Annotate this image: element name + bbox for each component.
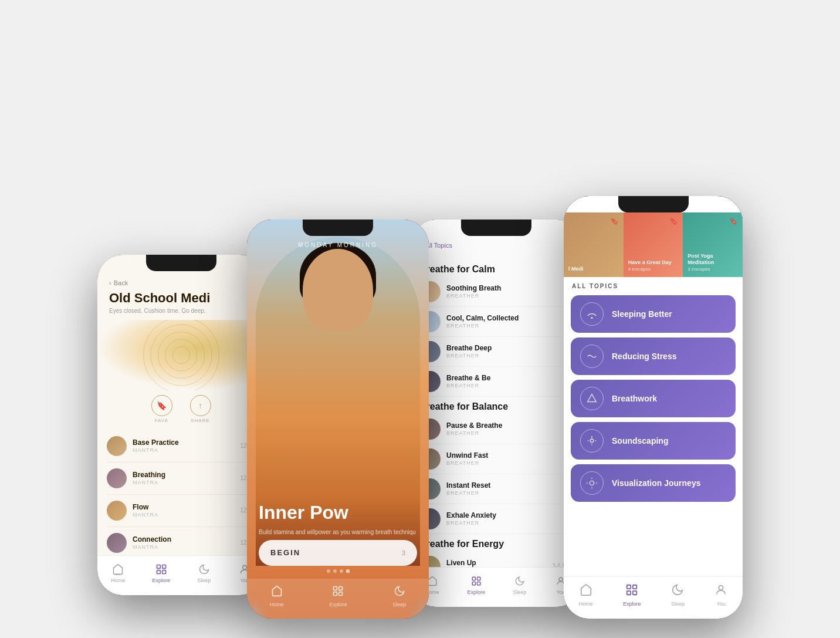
svg-rect-2: [162, 565, 165, 568]
list-item[interactable]: Breathing MANTRA 12-20: [107, 463, 255, 495]
item-name: Pause & Breathe: [446, 421, 573, 430]
topic-soundscaping[interactable]: Soundscaping: [571, 422, 736, 460]
calm-section: Breathe for Calm Soothing Breath BREATHE…: [411, 264, 581, 397]
nav-home[interactable]: Home: [579, 583, 593, 607]
svg-rect-13: [477, 582, 480, 585]
avatar: [107, 501, 127, 521]
nav-explore[interactable]: Explore: [467, 575, 485, 595]
nav-you[interactable]: You: [714, 583, 727, 607]
item-name: Base Practice: [133, 438, 234, 447]
nav-home-label: Home: [579, 601, 593, 607]
topics-list: Sleeping Better Reducing Stress: [564, 292, 743, 510]
item-name: Breathe & Be: [446, 374, 573, 382]
action-buttons: 🔖 FAVE ↑ SHARE: [97, 390, 265, 430]
scroll-content[interactable]: Breathe for Calm Soothing Breath BREATHE…: [411, 259, 581, 583]
item-type: BREATHER: [446, 490, 573, 496]
avatar: [107, 468, 127, 488]
nav-explore[interactable]: Explore: [153, 563, 171, 583]
svg-rect-8: [334, 592, 337, 595]
nav-home[interactable]: Home: [111, 563, 125, 583]
list-item[interactable]: Soothing Breath BREATHER: [419, 277, 573, 307]
list-item[interactable]: Flow MANTRA 12-20: [107, 495, 255, 527]
share-icon: ↑: [190, 395, 211, 416]
nav-sleep[interactable]: Sleep: [392, 585, 406, 607]
nav-explore[interactable]: Explore: [329, 585, 347, 607]
card-yoga-meditation[interactable]: 🔖 Post Yoga Meditation 3 inscapes: [683, 212, 743, 277]
item-type: MANTRA: [133, 544, 234, 550]
nav-sleep[interactable]: Sleep: [671, 583, 685, 607]
list-item[interactable]: Instant Reset BREATHER: [419, 474, 573, 504]
nav-sleep-label: Sleep: [197, 578, 211, 583]
topic-visualization[interactable]: Visualization Journeys: [571, 464, 736, 502]
balance-section: Breathe for Balance Pause & Breathe BREA…: [411, 401, 581, 534]
ring5: [143, 320, 219, 390]
bottom-navigation: Home Explore Sleep: [247, 579, 429, 619]
topic-reducing-stress[interactable]: Reducing Stress: [571, 337, 736, 375]
share-button[interactable]: ↑ SHARE: [190, 395, 211, 423]
item-type: BREATHER: [446, 520, 573, 526]
list-item[interactable]: Connection MANTRA 12-20: [107, 527, 255, 559]
list-item[interactable]: Breathe & Be BREATHER: [419, 367, 573, 397]
nav-sleep[interactable]: Sleep: [197, 563, 211, 583]
svg-rect-3: [157, 570, 160, 573]
card-label: Post Yoga Meditation 3 inscapes: [687, 253, 738, 272]
begin-button[interactable]: BEGIN 3: [259, 540, 417, 566]
card-great-day[interactable]: 🔖 Have a Great Day 4 inscapes: [624, 212, 683, 277]
nav-explore[interactable]: Explore: [623, 583, 641, 607]
back-button[interactable]: ‹ All Topics: [421, 242, 572, 249]
svg-rect-6: [334, 586, 337, 590]
dot2: [333, 569, 337, 573]
card-sub: 4 inscapes: [628, 266, 651, 272]
nav-explore-label: Explore: [153, 578, 171, 583]
phone3-notch: [461, 220, 531, 236]
page-title: Old School Medi: [109, 291, 253, 305]
item-name: Unwind Fast: [446, 451, 573, 460]
bottom-navigation: Home Explore Sleep: [411, 567, 581, 607]
sleep-icon: [394, 585, 405, 600]
mandala-visual: [97, 320, 265, 390]
fave-button[interactable]: 🔖 FAVE: [151, 395, 172, 423]
item-type: BREATHER: [446, 353, 573, 359]
nav-home-label: Home: [270, 602, 284, 607]
nav-sleep[interactable]: Sleep: [513, 575, 527, 595]
home-icon: [580, 583, 592, 599]
topic-sleeping-better[interactable]: Sleeping Better: [571, 295, 736, 333]
topic-breathwork[interactable]: Breathwork: [571, 380, 736, 417]
list-item[interactable]: Cool, Calm, Collected BREATHER: [419, 307, 573, 337]
phone4-notch: [618, 196, 689, 212]
topic-name: Breathwork: [612, 394, 657, 403]
breathwork-icon: [580, 387, 604, 410]
svg-rect-20: [627, 585, 631, 589]
phone1-notch: [146, 255, 216, 271]
list-item[interactable]: Exhale Anxiety BREATHER: [419, 504, 573, 534]
home-icon: [271, 585, 283, 600]
list-item[interactable]: Breathe Deep BREATHER: [419, 337, 573, 367]
svg-rect-22: [627, 591, 631, 595]
back-button[interactable]: ‹ Back: [109, 279, 253, 286]
item-info: Unwind Fast BREATHER: [446, 451, 573, 466]
section-title-energy: Breathe for Energy: [419, 539, 573, 549]
fave-icon: 🔖: [151, 395, 172, 416]
list-item[interactable]: Pause & Breathe BREATHER: [419, 414, 573, 444]
home-icon: [111, 563, 124, 576]
explore-icon: [155, 563, 168, 576]
explore-icon: [470, 575, 483, 588]
mandala-rings: [140, 320, 222, 390]
item-name: Cool, Calm, Collected: [446, 314, 573, 322]
item-info: Base Practice MANTRA: [133, 438, 234, 453]
section-title-calm: Breathe for Calm: [419, 264, 573, 275]
item-name: Connection: [133, 535, 234, 544]
item-name: Liven Up: [446, 559, 546, 567]
page-subtitle: Eyes closed. Cushion time. Go deep.: [109, 308, 253, 314]
chevron-left-icon: ‹: [109, 279, 111, 286]
item-type: BREATHER: [446, 430, 573, 436]
item-type: BREATHER: [446, 293, 573, 299]
list-item[interactable]: Base Practice MANTRA 12-20: [107, 430, 255, 463]
svg-rect-0: [117, 574, 120, 575]
card-old-medi[interactable]: 🔖 l Medi: [564, 212, 624, 277]
nav-home[interactable]: Home: [270, 585, 284, 607]
svg-rect-11: [477, 577, 480, 580]
nav-explore-label: Explore: [623, 601, 641, 607]
explore-icon: [332, 585, 344, 600]
list-item[interactable]: Unwind Fast BREATHER: [419, 444, 573, 474]
